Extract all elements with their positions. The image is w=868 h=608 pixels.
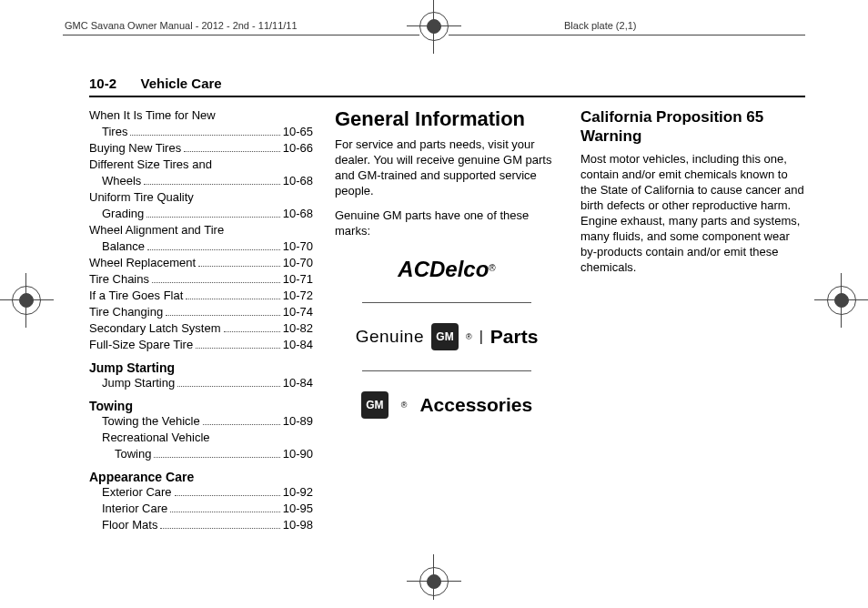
toc-item: Tire Changing10-74 bbox=[89, 304, 313, 320]
toc-group: When It Is Time for New Tires10-65 Buyin… bbox=[89, 107, 313, 353]
toc-item: Towing10-90 bbox=[89, 446, 313, 462]
crop-mark-bottom bbox=[411, 559, 457, 604]
toc-item: Interior Care10-95 bbox=[89, 501, 313, 517]
toc-item: Buying New Tires10-66 bbox=[89, 140, 313, 157]
toc-item: Jump Starting10-84 bbox=[89, 375, 313, 391]
crop-mark-right bbox=[819, 278, 864, 323]
toc-item: Uniform Tire Quality bbox=[89, 189, 313, 206]
crop-mark-top bbox=[411, 4, 457, 49]
toc-item: Exterior Care10-92 bbox=[89, 484, 313, 501]
toc-item: Balance10-70 bbox=[89, 238, 313, 255]
section-header: 10-2 Vehicle Care bbox=[89, 76, 805, 97]
toc-item: Different Size Tires and bbox=[89, 157, 313, 173]
crop-mark-left bbox=[4, 278, 49, 323]
toc-item: Wheel Alignment and Tire bbox=[89, 222, 313, 238]
toc-item: Grading10-68 bbox=[89, 206, 313, 222]
prop65-column: California Proposition 65 Warning Most m… bbox=[580, 107, 804, 533]
general-info-p2: Genuine GM parts have one of these marks… bbox=[335, 208, 559, 238]
section-title: Vehicle Care bbox=[140, 76, 221, 91]
toc-item: Tires10-65 bbox=[89, 124, 313, 140]
toc-item: Full-Size Spare Tire10-84 bbox=[89, 337, 313, 353]
header-rule bbox=[449, 35, 805, 35]
page-number: 10-2 bbox=[89, 76, 116, 91]
prop65-heading: California Proposition 65 Warning bbox=[580, 107, 804, 146]
gm-genuine-parts-logo: Genuine GM® | Parts bbox=[335, 314, 559, 360]
general-info-column: General Information For service and part… bbox=[335, 107, 559, 533]
toc-item: Tire Chains10-71 bbox=[89, 271, 313, 288]
toc-item: Towing the Vehicle10-89 bbox=[89, 413, 313, 430]
header-rule bbox=[63, 35, 419, 35]
general-info-p1: For service and parts needs, visit your … bbox=[335, 137, 559, 198]
general-info-heading: General Information bbox=[335, 107, 559, 131]
toc-item: Secondary Latch System10-82 bbox=[89, 320, 313, 337]
toc-item: If a Tire Goes Flat10-72 bbox=[89, 288, 313, 304]
toc-column: When It Is Time for New Tires10-65 Buyin… bbox=[89, 107, 313, 533]
toc-item: Wheels10-68 bbox=[89, 173, 313, 189]
content-columns: When It Is Time for New Tires10-65 Buyin… bbox=[89, 107, 805, 533]
acdelco-logo: ACDelco® bbox=[335, 248, 559, 291]
toc-item: Wheel Replacement10-70 bbox=[89, 255, 313, 271]
gm-badge-icon: GM bbox=[431, 323, 459, 350]
toc-section-towing: Towing bbox=[89, 399, 313, 413]
header-left-text: GMC Savana Owner Manual - 2012 - 2nd - 1… bbox=[65, 20, 298, 31]
gm-badge-icon: GM bbox=[361, 391, 389, 419]
toc-item: Floor Mats10-98 bbox=[89, 517, 313, 533]
toc-section-jump: Jump Starting bbox=[89, 360, 313, 375]
prop65-body: Most motor vehicles, including this one,… bbox=[580, 151, 804, 275]
toc-section-appearance: Appearance Care bbox=[89, 470, 313, 484]
toc-item: When It Is Time for New bbox=[89, 107, 313, 124]
logo-divider bbox=[362, 302, 531, 303]
logo-divider bbox=[362, 370, 531, 371]
header-right-text: Black plate (2,1) bbox=[564, 20, 636, 31]
toc-item: Recreational Vehicle bbox=[89, 430, 313, 446]
gm-accessories-logo: GM® Accessories bbox=[335, 382, 559, 428]
